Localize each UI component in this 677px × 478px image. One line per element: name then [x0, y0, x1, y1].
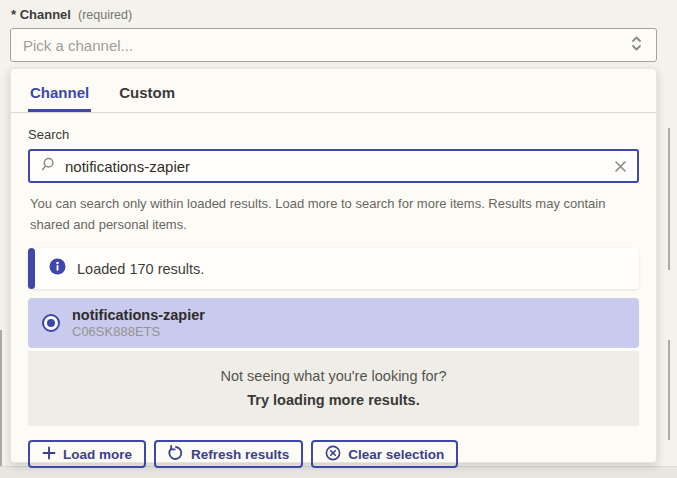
- hint-question: Not seeing what you're looking for?: [38, 364, 629, 388]
- select-placeholder: Pick a channel...: [23, 37, 629, 54]
- loaded-results-alert: Loaded 170 results.: [28, 248, 639, 289]
- dropdown-tabs: Channel Custom: [11, 69, 656, 113]
- underlying-field-border: [0, 330, 2, 470]
- channel-select[interactable]: Pick a channel...: [10, 28, 657, 62]
- load-more-button[interactable]: Load more: [28, 440, 146, 468]
- channel-dropdown-panel: Channel Custom Search You can search onl…: [10, 68, 657, 463]
- tab-custom[interactable]: Custom: [117, 69, 177, 112]
- alert-body: Loaded 170 results.: [35, 248, 639, 289]
- tab-channel[interactable]: Channel: [28, 69, 91, 112]
- refresh-results-button[interactable]: Refresh results: [154, 440, 303, 468]
- hint-try-loading[interactable]: Try loading more results.: [38, 388, 629, 412]
- search-input-wrap: [28, 149, 639, 183]
- result-title: notifications-zapier: [72, 306, 205, 324]
- no-results-hint: Not seeing what you're looking for? Try …: [28, 351, 639, 426]
- search-icon: [40, 156, 56, 176]
- info-icon: [49, 258, 66, 279]
- search-label: Search: [28, 127, 639, 142]
- field-label-text: * Channel: [11, 7, 71, 22]
- search-input[interactable]: [65, 158, 605, 175]
- refresh-icon: [168, 445, 184, 464]
- result-row-notifications-zapier[interactable]: notifications-zapier C06SK888ETS: [28, 298, 639, 348]
- dropdown-actions: Load more Refresh results Clear selectio…: [11, 426, 656, 468]
- clear-selection-label: Clear selection: [348, 447, 444, 462]
- clear-circle-icon: [325, 445, 341, 464]
- underlying-field-border: [668, 340, 670, 440]
- search-section: Search: [11, 113, 656, 183]
- radio-selected-icon[interactable]: [42, 314, 60, 332]
- plus-icon: [42, 446, 56, 463]
- search-help-text: You can search only within loaded result…: [11, 183, 656, 235]
- select-chevrons-icon: [629, 35, 644, 56]
- alert-text: Loaded 170 results.: [77, 261, 204, 277]
- field-required-note: (required): [78, 8, 132, 22]
- load-more-label: Load more: [63, 447, 132, 462]
- clear-selection-button[interactable]: Clear selection: [311, 440, 458, 468]
- refresh-results-label: Refresh results: [191, 447, 289, 462]
- alert-accent-bar: [28, 248, 35, 289]
- clear-search-icon[interactable]: [614, 160, 627, 173]
- underlying-field-border: [668, 128, 670, 270]
- channel-field-label: * Channel (required): [11, 7, 132, 22]
- result-subtitle: C06SK888ETS: [72, 324, 205, 340]
